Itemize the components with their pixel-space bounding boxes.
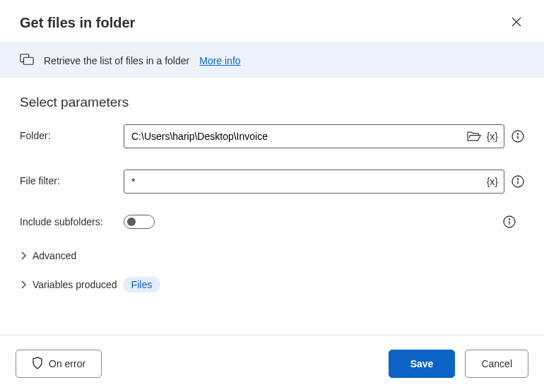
folder-label: Folder: <box>20 124 115 141</box>
file-filter-input[interactable] <box>131 176 487 187</box>
browse-folder-icon[interactable] <box>467 131 481 142</box>
folder-icon <box>20 53 34 68</box>
save-button[interactable]: Save <box>389 350 456 378</box>
more-info-link[interactable]: More info <box>199 55 240 66</box>
variable-picker-icon[interactable]: {x} <box>487 131 498 142</box>
svg-point-5 <box>517 133 518 134</box>
dialog-header: Get files in folder <box>0 0 544 43</box>
svg-rect-3 <box>23 57 33 64</box>
variables-produced-collapsible[interactable]: Variables produced Files <box>20 277 524 292</box>
include-subfolders-row: Include subfolders: <box>20 215 524 229</box>
file-filter-input-wrapper[interactable]: {x} <box>124 170 504 194</box>
info-banner: Retrieve the list of files in a folder M… <box>0 43 544 78</box>
chevron-right-icon <box>20 251 27 260</box>
info-icon[interactable] <box>512 130 524 143</box>
folder-input-wrapper[interactable]: {x} <box>124 124 504 148</box>
file-filter-label: File filter: <box>20 170 115 186</box>
folder-input[interactable] <box>131 131 467 142</box>
folder-row: Folder: {x} <box>20 124 524 148</box>
info-icon[interactable] <box>503 215 516 228</box>
dialog-body: Select parameters Folder: {x} <box>0 78 544 335</box>
variables-produced-label: Variables produced <box>32 279 117 290</box>
on-error-label: On error <box>49 358 85 369</box>
toggle-knob <box>127 218 136 226</box>
include-subfolders-toggle[interactable] <box>124 215 155 229</box>
cancel-button[interactable]: Cancel <box>465 350 528 378</box>
include-subfolders-label: Include subfolders: <box>20 216 124 227</box>
chevron-right-icon <box>20 280 27 289</box>
file-filter-row: File filter: {x} <box>20 170 524 194</box>
dialog-title: Get files in folder <box>20 15 135 31</box>
section-title: Select parameters <box>20 95 524 110</box>
dialog-footer: On error Save Cancel <box>0 335 544 392</box>
variable-picker-icon[interactable]: {x} <box>487 176 498 187</box>
advanced-collapsible[interactable]: Advanced <box>20 250 524 261</box>
on-error-button[interactable]: On error <box>16 350 102 378</box>
banner-text: Retrieve the list of files in a folder <box>44 55 189 66</box>
info-icon[interactable] <box>512 175 524 188</box>
variable-pill[interactable]: Files <box>123 277 161 292</box>
shield-icon <box>32 357 43 372</box>
svg-point-8 <box>517 179 518 179</box>
svg-point-11 <box>509 219 509 220</box>
close-button[interactable] <box>507 13 526 32</box>
close-icon <box>512 17 521 29</box>
advanced-label: Advanced <box>32 250 76 261</box>
